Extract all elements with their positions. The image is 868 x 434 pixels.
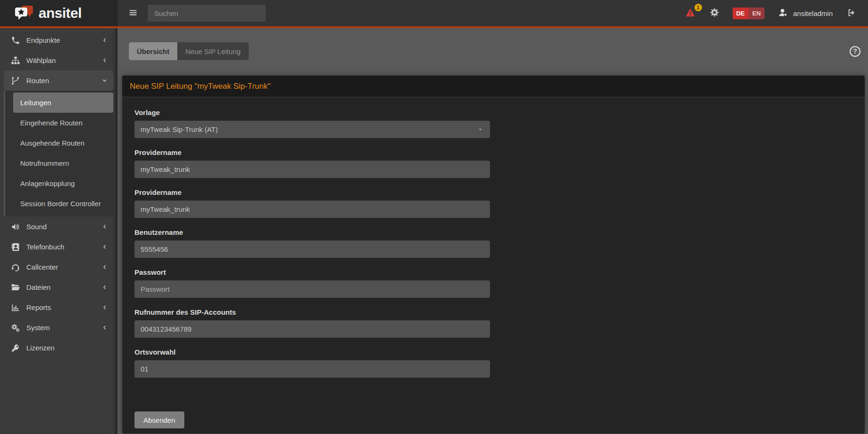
user-menu[interactable]: ansiteladmin [777,8,833,19]
panel-body: VorlagemyTweak Sip-Trunk (AT)Providernam… [122,97,865,434]
route-icon [10,76,21,85]
submit-button[interactable]: Absenden [134,411,184,428]
field-ortsvorwahl: Ortsvorwahl [134,348,857,378]
main-content: ÜbersichtNeue SIP Leitung ? Neue SIP Lei… [118,28,868,434]
field-label-passwort: Passwort [134,268,857,276]
headset-icon [10,263,21,272]
phone-icon [10,36,21,45]
field-label-ortsvorwahl: Ortsvorwahl [134,348,857,356]
field-providername: Providername [134,148,857,178]
field-providername-2: Providername [134,188,857,218]
benutzername-input[interactable] [134,240,490,258]
vorlage-select[interactable]: myTweak Sip-Trunk (AT) [134,121,490,138]
alert-count-badge: 1 [694,4,702,11]
bars-icon [128,8,138,19]
field-label-benutzername: Benutzername [134,228,857,236]
chevron-left-icon [102,325,108,331]
sidebar-subitem-session-border-controller[interactable]: Session Border Controller [13,194,113,214]
chevron-left-icon [102,244,108,250]
sidebar-subitem-notrufnummern[interactable]: Notrufnummern [13,153,113,173]
tab-uebersicht[interactable]: Übersicht [129,42,177,60]
rufnummer-sip-account-input[interactable] [134,320,490,338]
sidebar-item-sound[interactable]: Sound [0,217,117,237]
field-label-rufnummer-sip-account: Rufnummer des SIP-Accounts [134,308,857,316]
logout-button[interactable] [845,8,857,19]
sidebar: EndpunkteWählplanRoutenLeitungenEingehen… [0,28,118,434]
volume-icon [10,222,21,232]
sidebar-item-label: Callcenter [26,263,102,271]
ortsvorwahl-input[interactable] [134,360,490,378]
tab-bar: ÜbersichtNeue SIP Leitung [129,42,249,60]
folder-open-icon [10,283,21,292]
key-icon [10,343,21,353]
language-switch: DE EN [733,8,765,19]
field-rufnummer-sip-account: Rufnummer des SIP-Accounts [134,308,857,338]
field-benutzername: Benutzername [134,228,857,258]
topbar-main: 1 DE EN ansiteladmin [118,0,868,26]
menu-toggle-button[interactable] [128,8,138,19]
language-en-button[interactable]: EN [749,8,765,19]
address-book-icon [10,242,21,252]
sidebar-item-label: Lizenzen [26,344,108,352]
sidebar-item-waehlplan[interactable]: Wählplan [0,50,117,70]
user-icon [777,8,789,19]
chart-bar-icon [10,303,21,312]
help-button[interactable]: ? [849,45,861,59]
tab-neue-sip-leitung[interactable]: Neue SIP Leitung [177,42,248,60]
field-label-providername: Providername [134,148,857,156]
sidebar-item-reports[interactable]: Reports [0,297,117,318]
field-label-providername-2: Providername [134,188,857,196]
sidebar-item-routen[interactable]: Routen [4,70,113,91]
field-vorlage: VorlagemyTweak Sip-Trunk (AT) [134,108,857,138]
panel-title: Neue SIP Leitung "myTweak Sip-Trunk" [122,76,865,97]
sidebar-item-system[interactable]: System [0,318,117,338]
svg-text:?: ? [853,47,857,55]
sidebar-item-label: Wählplan [26,56,102,64]
search-input[interactable] [148,5,266,22]
cogs-icon [10,323,21,333]
chevron-left-icon [102,284,108,290]
providername-input[interactable] [134,161,490,178]
settings-button[interactable] [709,7,720,19]
chevron-down-icon [102,78,108,84]
sidebar-item-lizenzen[interactable]: Lizenzen [0,338,117,358]
brand[interactable]: ansitel [0,0,118,26]
sidebar-item-label: System [26,324,102,332]
providername-2-input[interactable] [134,201,490,218]
ansitel-logo [14,5,35,22]
sidebar-item-label: Reports [26,303,102,311]
alerts-button[interactable]: 1 [684,7,696,20]
chevron-left-icon [102,224,108,230]
logo-text: ansitel [39,6,82,20]
language-de-button[interactable]: DE [733,8,749,19]
field-label-vorlage: Vorlage [134,108,857,116]
sign-out-icon [845,8,857,19]
sidebar-item-telefonbuch[interactable]: Telefonbuch [0,237,117,257]
username: ansiteladmin [793,9,833,17]
vorlage-selected-value: myTweak Sip-Trunk (AT) [141,125,477,133]
field-passwort: Passwort [134,268,857,298]
topbar-right: 1 DE EN ansiteladmin [684,7,868,20]
sidebar-item-label: Sound [26,223,102,231]
question-circle-icon: ? [849,45,861,59]
topbar: ansitel 1 DE [0,0,868,26]
caret-down-icon [477,126,484,133]
chevron-left-icon [102,304,108,310]
chevron-left-icon [102,57,108,63]
chevron-left-icon [102,264,108,270]
sidebar-item-label: Routen [26,77,102,85]
sidebar-subitem-ausgehende-routen[interactable]: Ausgehende Routen [13,133,113,153]
chevron-left-icon [102,37,108,43]
sitemap-icon [10,56,21,65]
submenu-routen: LeitungenEingehende RoutenAusgehende Rou… [4,91,113,217]
passwort-input[interactable] [134,280,490,298]
sidebar-item-callcenter[interactable]: Callcenter [0,257,117,277]
sidebar-subitem-leitungen[interactable]: Leitungen [13,93,113,113]
sidebar-item-endpunkte[interactable]: Endpunkte [0,30,117,50]
sidebar-subitem-anlagenkopplung[interactable]: Anlagenkopplung [13,173,113,194]
sidebar-item-dateien[interactable]: Dateien [0,277,117,297]
sidebar-item-label: Telefonbuch [26,243,102,251]
sip-trunk-form: VorlagemyTweak Sip-Trunk (AT)Providernam… [134,108,857,378]
form-panel: Neue SIP Leitung "myTweak Sip-Trunk" Vor… [122,76,865,434]
sidebar-subitem-eingehende-routen[interactable]: Eingehende Routen [13,113,113,133]
